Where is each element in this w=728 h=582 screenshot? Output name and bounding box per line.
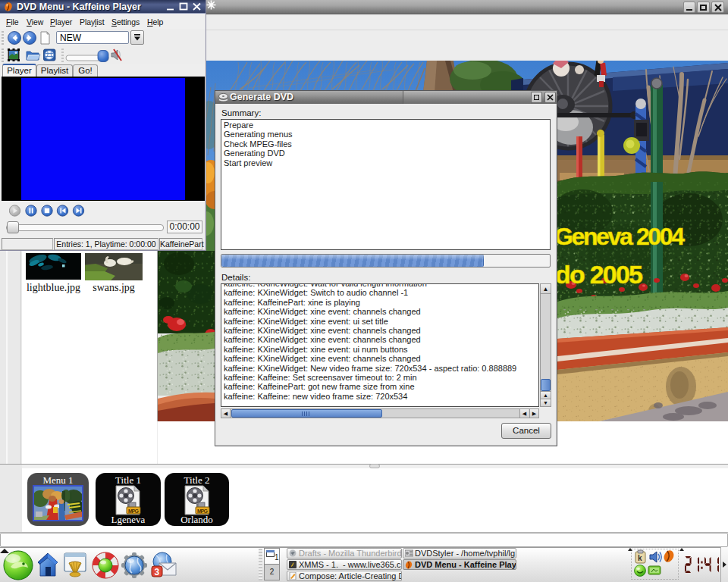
svg-text:MPG: MPG	[197, 508, 209, 514]
svg-text:3: 3	[155, 567, 160, 577]
svg-text:do 2005: do 2005	[555, 260, 643, 289]
svg-text:MPG: MPG	[128, 508, 140, 514]
svg-text:k: k	[638, 554, 642, 562]
svg-text:Geneva 2004: Geneva 2004	[554, 223, 685, 250]
